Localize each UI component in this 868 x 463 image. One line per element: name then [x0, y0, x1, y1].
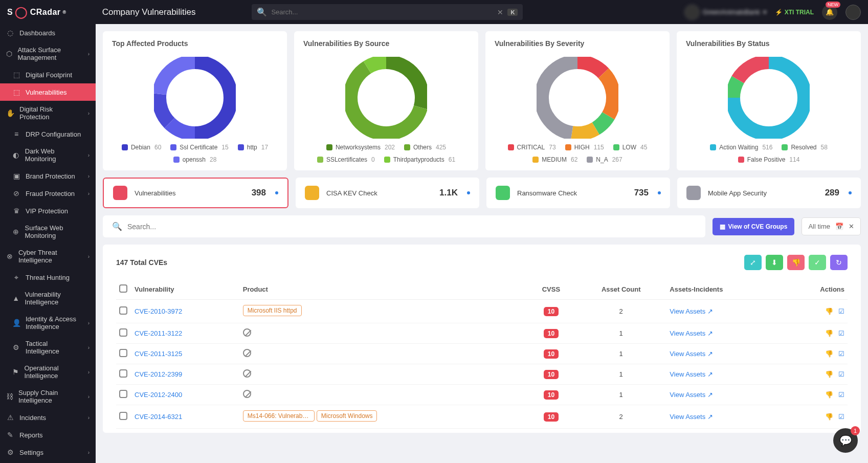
thumbs-down-icon[interactable]: 👎	[825, 370, 833, 378]
brand-logo[interactable]: S◯CRadar®	[7, 7, 66, 18]
view-assets-link[interactable]: View Assets ↗	[670, 413, 713, 421]
row-checkbox[interactable]	[119, 369, 127, 378]
check-icon[interactable]: ☑	[838, 307, 844, 315]
metric-ransomware-check[interactable]: Ransomware Check735	[486, 178, 670, 208]
sidebar-item-brand-protection[interactable]: ▣Brand Protection›	[0, 167, 96, 185]
clear-time-icon[interactable]: ✕	[849, 223, 854, 230]
thumbs-down-icon[interactable]: 👎	[825, 350, 833, 358]
legend-item[interactable]: Resolved58	[782, 144, 827, 151]
product-pill[interactable]: Microsoft IIS httpd	[243, 305, 302, 316]
notifications-button[interactable]: 🔔 NEW	[822, 5, 837, 20]
collapse-sidebar-button[interactable]: «	[0, 461, 96, 463]
check-icon[interactable]: ☑	[838, 370, 844, 378]
legend-item[interactable]: HIGH115	[565, 144, 604, 151]
row-checkbox[interactable]	[119, 390, 127, 398]
sidebar-item-vulnerability-intelligence[interactable]: ▲Vulnerability Intelligence	[0, 286, 96, 311]
legend-item[interactable]: Networksystems202	[326, 144, 395, 151]
legend-item[interactable]: CRITICAL73	[508, 144, 556, 151]
bulk-action-button-4[interactable]: ↻	[830, 255, 848, 270]
global-search-input[interactable]	[271, 8, 493, 16]
bulk-action-button-1[interactable]: ⬇	[766, 255, 783, 270]
legend-item[interactable]: Others425	[404, 144, 446, 151]
metric-vulnerabilities[interactable]: Vulnerabilities398	[103, 178, 288, 208]
sidebar-item-settings[interactable]: ⚙Settings›	[0, 444, 96, 461]
thumbs-down-icon[interactable]: 👎	[825, 329, 833, 337]
product-pill[interactable]: Microsoft Windows	[317, 410, 377, 422]
metric-cisa-kev-check[interactable]: CISA KEV Check1.1K	[296, 178, 479, 208]
chat-support-button[interactable]: 💬 1	[833, 428, 858, 453]
global-search[interactable]: 🔍 ✕ K	[252, 4, 523, 20]
trial-badge[interactable]: ⚡ XTI TRIAL	[775, 9, 814, 16]
view-assets-link[interactable]: View Assets ↗	[670, 370, 713, 378]
info-dot-icon[interactable]	[275, 191, 278, 194]
legend-item[interactable]: LOW45	[613, 144, 648, 151]
col-cvss[interactable]: CVSS	[527, 279, 575, 300]
legend-item[interactable]: N_A267	[587, 156, 622, 163]
cve-link[interactable]: CVE-2011-3125	[135, 350, 182, 358]
check-icon[interactable]: ☑	[838, 413, 844, 421]
view-assets-link[interactable]: View Assets ↗	[670, 350, 713, 358]
sidebar-item-dashboards[interactable]: ◌Dashboards	[0, 24, 96, 41]
sidebar-item-vip-protection[interactable]: ♛VIP Protection	[0, 202, 96, 219]
sidebar-item-dark-web-monitoring[interactable]: ◐Dark Web Monitoring›	[0, 143, 96, 167]
bulk-action-button-3[interactable]: ✓	[809, 255, 826, 270]
table-search[interactable]: 🔍	[103, 215, 705, 237]
sidebar-item-cyber-threat-intelligence[interactable]: ⊗Cyber Threat Intelligence›	[0, 244, 96, 269]
cve-link[interactable]: CVE-2014-6321	[135, 413, 182, 421]
legend-item[interactable]: Debian60	[122, 144, 161, 151]
legend-item[interactable]: Action Waiting516	[710, 144, 772, 151]
info-dot-icon[interactable]	[849, 191, 852, 194]
sidebar-item-supply-chain-intelligence[interactable]: ⛓Supply Chain Intelligence›	[0, 384, 96, 409]
legend-item[interactable]: Ssl Certificate15	[170, 144, 228, 151]
thumbs-down-icon[interactable]: 👎	[825, 307, 833, 315]
legend-item[interactable]: MEDIUM62	[532, 156, 577, 163]
col-asset-count[interactable]: Asset Count	[575, 279, 666, 300]
view-assets-link[interactable]: View Assets ↗	[670, 391, 713, 399]
time-range-selector[interactable]: All time 📅 ✕	[802, 217, 861, 235]
product-pill[interactable]: Ms14-066: Vulnerability I...	[243, 410, 315, 422]
sidebar-item-digital-footprint[interactable]: ⬚Digital Footprint	[0, 66, 96, 83]
legend-item[interactable]: False Positive114	[738, 156, 800, 163]
info-dot-icon[interactable]	[467, 191, 470, 194]
check-icon[interactable]: ☑	[838, 329, 844, 337]
metric-mobile-app-security[interactable]: Mobile App Security289	[677, 178, 861, 208]
sidebar-item-vulnerabilities[interactable]: ⬚Vulnerabilities	[0, 83, 96, 101]
bulk-action-button-2[interactable]: 👎	[787, 255, 805, 270]
view-assets-link[interactable]: View Assets ↗	[670, 307, 713, 315]
legend-item[interactable]: openssh28	[173, 156, 217, 163]
col-product[interactable]: Product	[240, 279, 527, 300]
col-assets-incidents[interactable]: Assets-Incidents	[666, 279, 786, 300]
sidebar-item-incidents[interactable]: ⚠Incidents›	[0, 409, 96, 426]
sidebar-item-surface-web-monitoring[interactable]: ⊕Surface Web Monitoring	[0, 219, 96, 244]
user-avatar[interactable]	[845, 5, 861, 20]
row-checkbox[interactable]	[119, 349, 127, 357]
row-checkbox[interactable]	[119, 412, 127, 420]
check-icon[interactable]: ☑	[838, 350, 844, 358]
legend-item[interactable]: SSLcertificates0	[317, 156, 375, 163]
select-all-checkbox[interactable]	[119, 284, 127, 293]
cve-link[interactable]: CVE-2010-3972	[135, 307, 182, 315]
cve-link[interactable]: CVE-2012-2399	[135, 370, 182, 378]
sidebar-item-fraud-protection[interactable]: ⊘Fraud Protection›	[0, 185, 96, 202]
cve-link[interactable]: CVE-2012-2400	[135, 391, 182, 399]
sidebar-item-identity-access-intelligence[interactable]: 👤Identity & Access Intelligence›	[0, 311, 96, 335]
col-vulnerability[interactable]: Vulnerability	[131, 279, 240, 300]
info-dot-icon[interactable]	[658, 191, 661, 194]
sidebar-item-reports[interactable]: ✎Reports	[0, 426, 96, 444]
sidebar-item-operational-intelligence[interactable]: ⚑Operational Intelligence›	[0, 360, 96, 384]
sidebar-item-attack-surface-management[interactable]: ⬡Attack Surface Management›	[0, 41, 96, 66]
view-cve-groups-button[interactable]: ▦ View of CVE Groups	[713, 218, 795, 235]
row-checkbox[interactable]	[119, 328, 127, 337]
legend-item[interactable]: http17	[238, 144, 268, 151]
sidebar-item-tactical-intelligence[interactable]: ⚙Tactical Intelligence›	[0, 335, 96, 360]
check-icon[interactable]: ☑	[838, 391, 844, 399]
col-actions[interactable]: Actions	[786, 279, 848, 300]
row-checkbox[interactable]	[119, 306, 127, 315]
legend-item[interactable]: Thirdpartyproducts61	[384, 156, 455, 163]
company-selector[interactable]: GreenAnimalsBank ▾	[684, 5, 767, 20]
thumbs-down-icon[interactable]: 👎	[825, 391, 833, 399]
sidebar-item-threat-hunting[interactable]: ⌖Threat Hunting	[0, 269, 96, 286]
thumbs-down-icon[interactable]: 👎	[825, 413, 833, 421]
sidebar-item-drp-configuration[interactable]: ≡DRP Configuration	[0, 125, 96, 143]
view-assets-link[interactable]: View Assets ↗	[670, 329, 713, 337]
